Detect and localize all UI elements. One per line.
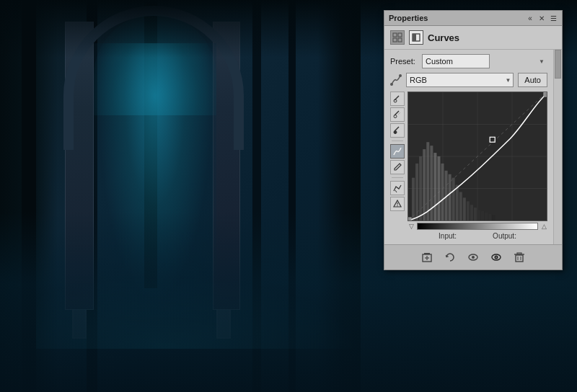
svg-rect-37 [452,178,455,220]
panel-title: Properties [389,14,428,22]
input-label: Input: [439,232,457,240]
svg-rect-51 [544,92,547,97]
gradient-bar [417,223,538,230]
black-point-handle[interactable]: ▽ [408,223,415,230]
visibility-toggle-button[interactable] [465,249,481,265]
svg-rect-34 [441,164,444,220]
svg-point-60 [495,257,497,258]
delete-button[interactable] [511,249,527,265]
svg-rect-27 [415,164,418,220]
preset-row: Preset: Custom Default Linear Contrast M… [390,54,547,68]
channel-curve-icon [390,74,402,86]
svg-rect-50 [408,218,411,220]
svg-point-7 [399,74,402,77]
panel-titlebar: Properties « ✕ ☰ [384,11,562,26]
panel-section-header: Curves [384,26,562,50]
svg-rect-49 [490,137,495,142]
svg-point-18 [397,205,397,206]
preset-select-wrapper: Custom Default Linear Contrast Medium Co… [422,54,547,68]
svg-point-57 [472,256,475,259]
svg-rect-33 [437,156,440,220]
scrollbar-thumb[interactable] [555,50,561,79]
svg-rect-45 [481,211,484,220]
svg-rect-41 [467,201,470,220]
svg-rect-61 [516,255,523,262]
tool-sep-2 [392,177,403,178]
svg-rect-39 [459,192,462,220]
mist [36,277,361,349]
output-label: Output: [493,232,516,240]
io-labels-row: Input: Output: [408,232,547,240]
svg-rect-43 [474,208,477,220]
warning-tool[interactable] [390,197,405,211]
preset-select[interactable]: Custom Default Linear Contrast Medium Co… [422,54,490,68]
preset-arrow-icon: ▼ [539,58,545,65]
eyedropper-black-tool[interactable] [390,123,405,138]
svg-rect-47 [488,214,491,220]
svg-rect-30 [426,142,429,220]
smooth-tool[interactable] [390,181,405,195]
white-point-handle[interactable]: △ [540,223,547,230]
svg-rect-38 [456,185,459,220]
svg-rect-44 [477,210,480,220]
pencil-draw-tool[interactable] [390,160,405,174]
svg-line-12 [398,112,400,115]
curve-canvas[interactable] [408,92,547,221]
reset-adjustment-button[interactable] [442,249,458,265]
svg-rect-40 [463,197,466,220]
svg-point-14 [394,131,397,134]
clip-to-layer-button[interactable] [419,249,435,265]
panel-body: Preset: Custom Default Linear Contrast M… [384,50,562,244]
svg-line-15 [395,190,397,192]
main-editing-area: ▽ △ Input: Output: [390,92,547,240]
view-button[interactable] [488,249,504,265]
properties-panel: Properties « ✕ ☰ Curves [384,10,563,270]
svg-point-11 [394,115,397,118]
layer-icon[interactable] [409,30,423,45]
panel-content-area: Preset: Custom Default Linear Contrast M… [384,50,553,244]
svg-rect-5 [413,34,416,41]
panel-scrollbar[interactable] [553,50,562,244]
svg-rect-46 [485,213,488,220]
section-title: Curves [428,32,459,43]
svg-rect-0 [393,33,397,37]
svg-point-6 [390,83,393,86]
svg-rect-29 [423,149,426,220]
gradient-bar-row: ▽ △ [408,223,547,230]
channel-select-wrapper: RGB Red Green Blue ▼ [406,73,514,87]
svg-rect-53 [424,253,430,254]
svg-rect-1 [398,33,402,37]
grid-icon[interactable] [390,30,405,45]
menu-btn[interactable]: ☰ [549,14,558,22]
svg-rect-48 [492,215,495,220]
eyedropper-auto-tool[interactable] [390,92,405,106]
preset-label: Preset: [390,57,418,66]
eyedropper-white-tool[interactable] [390,107,405,122]
close-btn[interactable]: ✕ [537,14,546,22]
channel-select[interactable]: RGB Red Green Blue [406,73,514,87]
svg-rect-32 [433,153,436,220]
title-controls: « ✕ ☰ [526,14,558,22]
svg-rect-36 [449,174,452,220]
svg-rect-2 [393,38,397,42]
svg-rect-28 [419,156,422,220]
curve-tool[interactable] [390,144,405,159]
svg-rect-42 [470,205,473,220]
tool-sidebar [390,92,405,240]
panel-footer [384,244,562,270]
svg-rect-26 [412,178,415,220]
tool-sep-1 [392,141,403,141]
svg-rect-3 [398,38,402,42]
auto-button[interactable]: Auto [518,73,547,87]
channel-row: RGB Red Green Blue ▼ Auto [390,73,547,87]
svg-rect-63 [517,253,521,254]
collapse-btn[interactable]: « [526,14,534,22]
curve-area: ▽ △ Input: Output: [408,92,547,240]
